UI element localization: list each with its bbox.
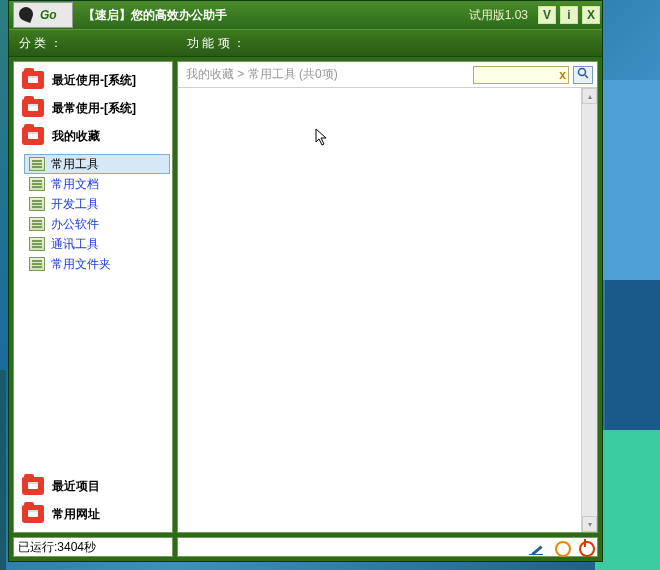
list-icon (29, 217, 45, 231)
scroll-down-icon[interactable]: ▾ (582, 516, 597, 532)
sub-item-label: 常用文件夹 (51, 256, 111, 273)
breadcrumb: 我的收藏 > 常用工具 (共0项) (182, 66, 473, 83)
sidebar-sublist: 常用工具 常用文档 开发工具 办公软件 通讯工具 (24, 154, 170, 274)
sidebar-item-frequent[interactable]: 最常使用-[系统] (16, 94, 170, 122)
content-area (178, 88, 581, 532)
sub-item-label: 通讯工具 (51, 236, 99, 253)
gear-icon[interactable] (553, 539, 569, 555)
clear-search-icon[interactable]: x (559, 68, 566, 82)
go-button[interactable]: Go (13, 2, 73, 28)
sub-item-comm[interactable]: 通讯工具 (24, 234, 170, 254)
list-icon (29, 197, 45, 211)
folder-icon (22, 99, 44, 117)
sidebar-item-label: 常用网址 (52, 506, 100, 523)
list-icon (29, 177, 45, 191)
titlebar[interactable]: Go 【速启】您的高效办公助手 试用版1.03 V i X (9, 1, 602, 29)
version-label: 试用版1.03 (469, 7, 528, 24)
header-function: 功 能 项 ： (177, 35, 245, 52)
titlebar-info-button[interactable]: i (560, 6, 578, 24)
search-icon (577, 67, 589, 82)
svg-point-0 (579, 69, 586, 76)
titlebar-v-button[interactable]: V (538, 6, 556, 24)
sub-item-label: 常用工具 (51, 156, 99, 173)
status-runtime: 已运行:3404秒 (13, 537, 173, 557)
folder-icon (22, 477, 44, 495)
sub-item-label: 办公软件 (51, 216, 99, 233)
sidebar-item-common-urls[interactable]: 常用网址 (16, 500, 170, 528)
sub-item-office[interactable]: 办公软件 (24, 214, 170, 234)
app-title: 【速启】您的高效办公助手 (77, 7, 469, 24)
list-icon (29, 257, 45, 271)
vertical-scrollbar[interactable]: ▴ ▾ (581, 88, 597, 532)
list-icon (29, 237, 45, 251)
column-headers: 分 类 ： 功 能 项 ： (9, 29, 602, 57)
main-panel: 我的收藏 > 常用工具 (共0项) x ▴ ▾ (177, 61, 598, 533)
go-label: Go (40, 8, 57, 22)
runner-icon (17, 5, 37, 25)
search-button[interactable] (573, 66, 593, 84)
list-icon (29, 157, 45, 171)
edit-icon[interactable] (529, 539, 545, 555)
breadcrumb-row: 我的收藏 > 常用工具 (共0项) x (178, 62, 597, 88)
sub-item-label: 常用文档 (51, 176, 99, 193)
svg-line-1 (585, 75, 588, 78)
sidebar-item-label: 最近项目 (52, 478, 100, 495)
folder-icon (22, 127, 44, 145)
sidebar: 最近使用-[系统] 最常使用-[系统] 我的收藏 常用工具 常用文档 (13, 61, 173, 533)
sidebar-item-favorites[interactable]: 我的收藏 (16, 122, 170, 150)
sub-item-common-folders[interactable]: 常用文件夹 (24, 254, 170, 274)
sidebar-item-recent-projects[interactable]: 最近项目 (16, 472, 170, 500)
sidebar-item-label: 最常使用-[系统] (52, 100, 136, 117)
sub-item-common-docs[interactable]: 常用文档 (24, 174, 170, 194)
runtime-label: 已运行:3404秒 (18, 539, 96, 556)
sub-item-label: 开发工具 (51, 196, 99, 213)
app-window: Go 【速启】您的高效办公助手 试用版1.03 V i X 分 类 ： 功 能 … (8, 0, 603, 562)
sidebar-item-label: 最近使用-[系统] (52, 72, 136, 89)
search-input[interactable]: x (473, 66, 569, 84)
scroll-up-icon[interactable]: ▴ (582, 88, 597, 104)
status-toolbar (177, 537, 598, 557)
sub-item-common-tools[interactable]: 常用工具 (24, 154, 170, 174)
close-button[interactable]: X (582, 6, 600, 24)
folder-icon (22, 71, 44, 89)
folder-icon (22, 505, 44, 523)
sidebar-item-recent[interactable]: 最近使用-[系统] (16, 66, 170, 94)
power-icon[interactable] (577, 539, 593, 555)
sub-item-dev-tools[interactable]: 开发工具 (24, 194, 170, 214)
sidebar-item-label: 我的收藏 (52, 128, 100, 145)
header-category: 分 类 ： (9, 35, 177, 52)
